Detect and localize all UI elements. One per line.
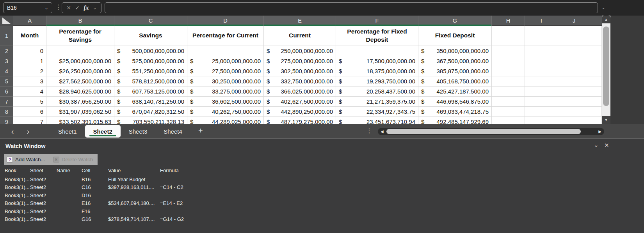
- cell-J4[interactable]: [558, 66, 590, 76]
- cell-F9[interactable]: $23,451,673,710.94: [336, 117, 418, 124]
- cell-C9[interactable]: $703,550,211,328.13: [114, 117, 187, 124]
- cell-I5[interactable]: [525, 76, 558, 86]
- cell-G4[interactable]: $385,875,000,000.00: [418, 66, 492, 76]
- cell-F3[interactable]: $17,500,000,000.00: [336, 56, 418, 66]
- cell-G7[interactable]: $446,698,546,875.00: [418, 97, 492, 107]
- watch-window-collapse-icon[interactable]: ⌄: [594, 141, 599, 148]
- select-all-corner[interactable]: [0, 16, 13, 26]
- cell-B8[interactable]: $31,907,039,062.50: [46, 107, 114, 117]
- cell-E8[interactable]: $442,890,250,000.00: [264, 107, 336, 117]
- cell-D5[interactable]: $30,250,000,000.00: [187, 76, 264, 86]
- cell-E1[interactable]: Current: [264, 26, 336, 46]
- cell-A7[interactable]: 5: [13, 97, 46, 107]
- cell-D2[interactable]: [187, 46, 264, 56]
- cell-J7[interactable]: [558, 97, 590, 107]
- cell-B6[interactable]: $28,940,625,000.00: [46, 86, 114, 97]
- watch-row-B16[interactable]: Book3(1)...Sheet2B16Full Year Budget: [0, 175, 351, 184]
- horizontal-scrollbar[interactable]: ◀ ▶: [378, 128, 604, 135]
- row-header-5[interactable]: 5: [0, 76, 13, 86]
- next-sheet-icon[interactable]: ›: [24, 127, 32, 135]
- row-header-7[interactable]: 7: [0, 97, 13, 107]
- cell-F6[interactable]: $20,258,437,500.00: [336, 86, 418, 97]
- cell-B2[interactable]: [46, 46, 114, 56]
- cell-D7[interactable]: $36,602,500,000.00: [187, 97, 264, 107]
- cell-D4[interactable]: $27,500,000,000.00: [187, 66, 264, 76]
- cell-D1[interactable]: Percentage for Current: [187, 26, 264, 46]
- row-header-1[interactable]: 1: [0, 26, 13, 46]
- cell-F1[interactable]: Percentage for Fixed Deposit: [336, 26, 418, 46]
- cell-H1[interactable]: [492, 26, 525, 46]
- name-box[interactable]: B16 ⌄: [3, 2, 52, 13]
- previous-sheet-icon[interactable]: ‹: [9, 127, 16, 135]
- cell-F5[interactable]: $19,293,750,000.00: [336, 76, 418, 86]
- cell-B5[interactable]: $27,562,500,000.00: [46, 76, 114, 86]
- cell-G5[interactable]: $405,168,750,000.00: [418, 76, 492, 86]
- watch-column-header-sheet[interactable]: Sheet: [30, 168, 57, 173]
- formula-bar-expand-icon[interactable]: ⌄: [601, 5, 605, 10]
- cell-E3[interactable]: $275,000,000,000.00: [264, 56, 336, 66]
- insert-function-icon[interactable]: fx: [84, 4, 89, 11]
- sheet-tab-sheet3[interactable]: Sheet3: [121, 124, 156, 139]
- cell-A4[interactable]: 2: [13, 66, 46, 76]
- cell-G1[interactable]: Fixed Deposit: [418, 26, 492, 46]
- vertical-scrollbar[interactable]: ▲ ▼: [602, 16, 610, 124]
- cell-D3[interactable]: $25,000,000,000.00: [187, 56, 264, 66]
- formula-bar-drag-handle-icon[interactable]: ⋮: [55, 3, 62, 11]
- scroll-left-icon[interactable]: ◀: [381, 130, 384, 134]
- cell-H2[interactable]: [492, 46, 525, 56]
- cancel-icon[interactable]: ✕: [66, 5, 71, 11]
- cell-C8[interactable]: $670,047,820,312.50: [114, 107, 187, 117]
- watch-row-E16[interactable]: Book3(1)...Sheet2E16$534,607,094,180....…: [0, 199, 351, 208]
- column-header-I[interactable]: I: [525, 16, 558, 26]
- cell-B1[interactable]: Percentage for Savings: [46, 26, 114, 46]
- scroll-down-icon[interactable]: ▼: [602, 116, 610, 124]
- row-header-9[interactable]: 9: [0, 117, 13, 124]
- sheet-tab-sheet2[interactable]: Sheet2: [85, 125, 121, 138]
- watch-window-close-icon[interactable]: ✕: [604, 142, 609, 149]
- cell-B7[interactable]: $30,387,656,250.00: [46, 97, 114, 107]
- watch-column-header-value[interactable]: Value: [108, 168, 160, 173]
- cell-G2[interactable]: $350,000,000,000.00: [418, 46, 492, 56]
- cell-J3[interactable]: [558, 56, 590, 66]
- cell-J1[interactable]: [558, 26, 590, 46]
- cell-I4[interactable]: [525, 66, 558, 76]
- formula-input[interactable]: [105, 2, 598, 13]
- column-header-J[interactable]: J: [558, 16, 590, 26]
- cell-I8[interactable]: [525, 107, 558, 117]
- cell-A2[interactable]: 0: [13, 46, 46, 56]
- cell-J6[interactable]: [558, 86, 590, 97]
- cell-D6[interactable]: $33,275,000,000.00: [187, 86, 264, 97]
- cell-C5[interactable]: $578,812,500,000.00: [114, 76, 187, 86]
- cell-E7[interactable]: $402,627,500,000.00: [264, 97, 336, 107]
- cell-F2[interactable]: [336, 46, 418, 56]
- scroll-up-icon[interactable]: ▲: [602, 16, 610, 23]
- watch-column-header-cell[interactable]: Cell: [82, 168, 108, 173]
- cell-H8[interactable]: [492, 107, 525, 117]
- watch-column-header-book[interactable]: Book: [5, 168, 30, 173]
- cell-C7[interactable]: $638,140,781,250.00: [114, 97, 187, 107]
- cell-A1[interactable]: Month: [13, 26, 46, 46]
- cell-E6[interactable]: $366,025,000,000.00: [264, 86, 336, 97]
- add-sheet-icon[interactable]: +: [198, 126, 203, 135]
- cell-H3[interactable]: [492, 56, 525, 66]
- cell-C6[interactable]: $607,753,125,000.00: [114, 86, 187, 97]
- cell-C1[interactable]: Savings: [114, 26, 187, 46]
- name-box-chevron-down-icon[interactable]: ⌄: [44, 5, 48, 10]
- cell-H5[interactable]: [492, 76, 525, 86]
- tab-options-kebab-icon[interactable]: ⋮: [366, 127, 372, 134]
- cell-J2[interactable]: [558, 46, 590, 56]
- cell-C2[interactable]: $500,000,000,000.00: [114, 46, 187, 56]
- add-watch-button[interactable]: ? Add Watch...: [7, 157, 45, 162]
- sheet-tab-sheet1[interactable]: Sheet1: [50, 124, 85, 139]
- row-header-2[interactable]: 2: [0, 46, 13, 56]
- cell-H6[interactable]: [492, 86, 525, 97]
- cell-D8[interactable]: $40,262,750,000.00: [187, 107, 264, 117]
- cell-F8[interactable]: $22,334,927,343.75: [336, 107, 418, 117]
- cell-E9[interactable]: $487,179,275,000.00: [264, 117, 336, 124]
- cell-G6[interactable]: $425,427,187,500.00: [418, 86, 492, 97]
- scroll-right-icon[interactable]: ▶: [598, 130, 601, 134]
- watch-row-C16[interactable]: Book3(1)...Sheet2C16$397,928,163,011....…: [0, 184, 351, 192]
- sheet-tab-sheet4[interactable]: Sheet4: [155, 124, 190, 139]
- watch-row-F16[interactable]: Book3(1)...Sheet2F16: [0, 207, 351, 215]
- cell-G8[interactable]: $469,033,474,218.75: [418, 107, 492, 117]
